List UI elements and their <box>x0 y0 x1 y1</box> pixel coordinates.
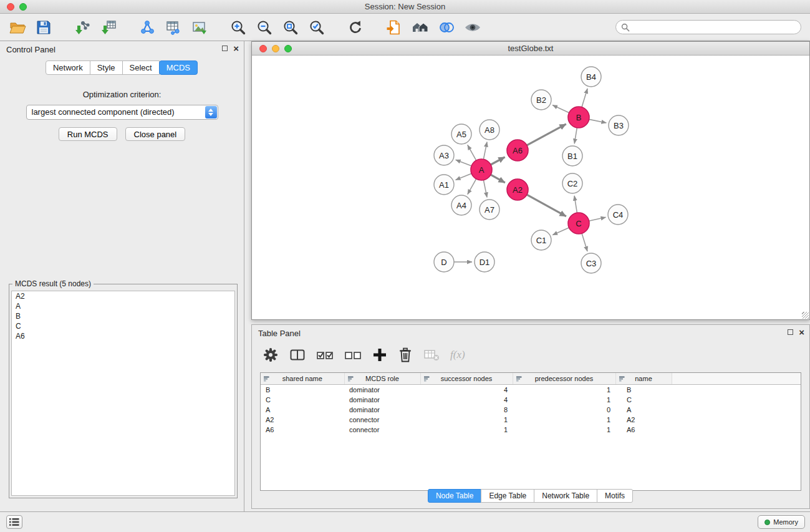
network-minimize-button[interactable] <box>272 45 279 52</box>
result-item-a6[interactable]: A6 <box>12 331 234 341</box>
zoom-out-button[interactable] <box>253 16 276 39</box>
node-B3[interactable]: B3 <box>609 115 629 135</box>
import-network-file-button[interactable] <box>71 16 94 39</box>
node-A1[interactable]: A1 <box>434 175 454 195</box>
float-table-panel-icon[interactable] <box>788 329 793 335</box>
export-document-button[interactable] <box>383 16 405 39</box>
node-A8[interactable]: A8 <box>480 120 499 140</box>
close-panel-button[interactable]: Close panel <box>125 127 186 141</box>
node-B1[interactable]: B1 <box>562 146 582 166</box>
edge-B-B1[interactable] <box>574 128 577 144</box>
edge-A-A1[interactable] <box>456 173 472 180</box>
zoom-selected-button[interactable] <box>306 16 328 39</box>
node-C[interactable]: C <box>568 213 589 234</box>
save-session-button[interactable] <box>32 16 55 39</box>
node-A[interactable]: A <box>471 159 492 180</box>
node-B2[interactable]: B2 <box>531 90 551 110</box>
search-box[interactable] <box>615 20 801 34</box>
mcds-result-list[interactable]: A2ABCA6 <box>11 291 235 496</box>
close-table-panel-icon[interactable]: × <box>799 329 804 336</box>
export-image-button[interactable] <box>188 16 211 39</box>
import-table-file-button[interactable] <box>97 16 120 39</box>
cell[interactable]: A6 <box>261 425 344 435</box>
cell[interactable]: B <box>261 384 344 395</box>
memory-button[interactable]: Memory <box>758 515 805 529</box>
node-A4[interactable]: A4 <box>451 195 471 215</box>
edge-A-A4[interactable] <box>468 179 476 195</box>
result-item-a2[interactable]: A2 <box>12 291 234 301</box>
cell[interactable]: 1 <box>513 384 615 395</box>
table-row-a2[interactable]: A2connector11A2 <box>261 415 801 425</box>
network-canvas[interactable]: B4B2BB3A5A8A6B1A3AC2A1A2A4A7C4CC1C3DD1 <box>252 56 809 320</box>
tab-motifs[interactable]: Motifs <box>597 489 633 503</box>
cell[interactable]: A <box>615 405 672 415</box>
close-window-button[interactable] <box>7 3 14 11</box>
cell[interactable]: C <box>261 395 344 405</box>
network-close-button[interactable] <box>259 45 267 52</box>
table-row-a6[interactable]: A6connector11A6 <box>261 425 801 435</box>
tab-node-table[interactable]: Node Table <box>428 489 482 503</box>
node-D1[interactable]: D1 <box>475 252 494 272</box>
result-item-b[interactable]: B <box>12 311 234 321</box>
optimization-criterion-dropdown[interactable]: largest connected component (directed) <box>26 105 218 120</box>
cell[interactable]: dominator <box>344 405 420 415</box>
cell[interactable]: 1 <box>513 415 615 425</box>
deselect-all-button[interactable] <box>344 347 362 363</box>
network-window-titlebar[interactable]: testGlobe.txt <box>252 42 809 56</box>
cell[interactable]: A2 <box>261 415 344 425</box>
node-C1[interactable]: C1 <box>531 230 551 250</box>
cell[interactable]: 1 <box>420 415 513 425</box>
edge-C-C3[interactable] <box>582 233 587 251</box>
column-header-successor-nodes[interactable]: successor nodes <box>420 373 513 384</box>
refresh-layout-button[interactable] <box>344 16 367 39</box>
cell[interactable]: dominator <box>344 384 420 395</box>
edge-B-B4[interactable] <box>582 89 587 107</box>
tab-edge-table[interactable]: Edge Table <box>481 489 534 503</box>
node-A7[interactable]: A7 <box>480 200 499 220</box>
cell[interactable]: 1 <box>420 425 513 435</box>
node-B[interactable]: B <box>568 107 589 128</box>
node-C2[interactable]: C2 <box>562 173 582 193</box>
zoom-window-button[interactable] <box>19 3 27 11</box>
edge-A-A8[interactable] <box>483 142 487 160</box>
cell[interactable]: connector <box>344 425 420 435</box>
cell[interactable]: 8 <box>420 405 513 415</box>
show-columns-button[interactable] <box>289 347 306 363</box>
open-session-button[interactable] <box>6 16 29 39</box>
table-row-a[interactable]: Adominator80A <box>261 405 801 415</box>
cell[interactable]: 4 <box>420 395 513 405</box>
column-header-mcds-role[interactable]: MCDS role <box>344 373 420 384</box>
node-C4[interactable]: C4 <box>608 205 628 225</box>
show-all-networks-button[interactable] <box>409 16 432 39</box>
cell[interactable]: 0 <box>513 405 615 415</box>
zoom-in-button[interactable] <box>227 16 249 39</box>
dropdown-stepper-icon[interactable] <box>205 106 217 118</box>
cell[interactable]: connector <box>344 415 420 425</box>
delete-row-button[interactable] <box>398 347 413 363</box>
cell[interactable]: A6 <box>615 425 672 435</box>
tab-network[interactable]: Network <box>46 60 90 75</box>
cell[interactable]: C <box>615 395 672 405</box>
add-row-button[interactable] <box>372 347 387 362</box>
function-builder-button[interactable]: f(x) <box>450 349 465 361</box>
edge-A6-B[interactable] <box>527 124 566 145</box>
edge-C-C2[interactable] <box>574 196 577 213</box>
new-network-table-button[interactable] <box>162 16 185 39</box>
run-mcds-button[interactable]: Run MCDS <box>59 127 117 141</box>
tab-network-table[interactable]: Network Table <box>534 489 597 503</box>
window-resize-grip[interactable] <box>802 312 809 319</box>
close-panel-icon[interactable]: × <box>233 45 239 52</box>
edge-C-C1[interactable] <box>552 228 569 235</box>
cell[interactable]: 1 <box>513 395 615 405</box>
table-row-c[interactable]: Cdominator41C <box>261 395 801 405</box>
cell[interactable]: 4 <box>420 384 513 395</box>
tab-style[interactable]: Style <box>90 60 123 75</box>
show-hide-graphics-button[interactable] <box>461 16 484 39</box>
tab-mcds[interactable]: MCDS <box>159 60 198 75</box>
float-panel-icon[interactable] <box>222 46 228 51</box>
edge-A-A7[interactable] <box>483 180 487 198</box>
edge-B-B2[interactable] <box>552 105 569 113</box>
table-settings-button[interactable] <box>263 347 279 363</box>
edge-A2-C[interactable] <box>527 195 566 216</box>
cell[interactable]: A2 <box>615 415 672 425</box>
